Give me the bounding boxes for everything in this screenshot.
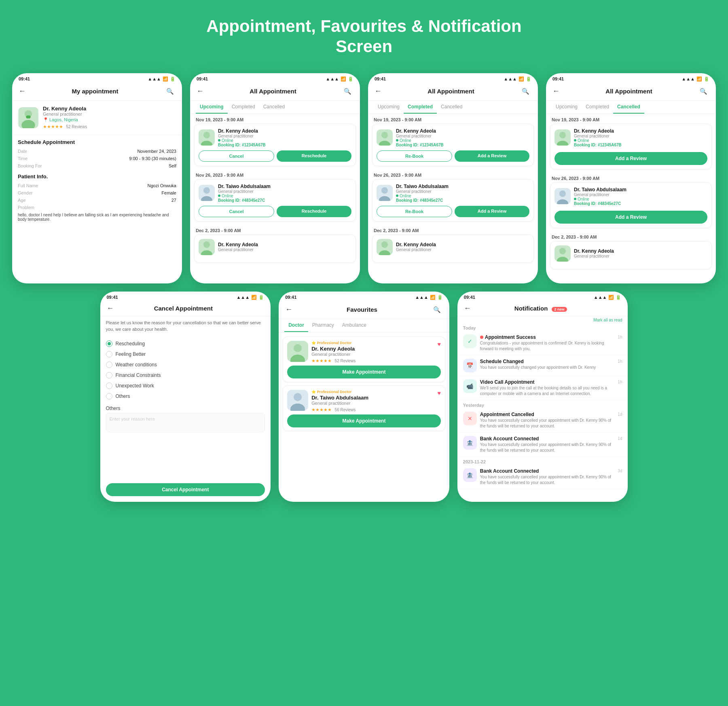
back-button-6[interactable]: ← [285,305,292,314]
back-button-3[interactable]: ← [375,87,382,95]
svg-point-23 [559,132,566,138]
back-button-1[interactable]: ← [19,87,26,95]
notif-desc-bank-old: You have successfully cancelled your app… [480,474,615,486]
others-input-field[interactable]: Enter your reason here [106,413,265,432]
search-button-3[interactable]: 🔍 [520,86,531,97]
reason-others[interactable]: Others [106,391,265,402]
notif-title-appt-success: Appointment Success [480,334,615,340]
status-bar-4: 09:41 ▲▲▲ 📶 🔋 [546,73,716,83]
status-time-5: 09:41 [107,295,118,300]
tab-pharmacy[interactable]: Pharmacy [308,319,338,332]
cancel-button-1[interactable]: Cancel [199,150,274,162]
phone-notification: 09:41 ▲▲▲ 📶 🔋 ← Notification 2 new Mark … [457,292,628,502]
tab-cancelled-comp[interactable]: Cancelled [437,101,466,114]
radio-weather[interactable] [106,361,112,368]
back-button-4[interactable]: ← [552,87,560,95]
notif-desc-schedule-changed: You have successfully changed your appoi… [480,365,615,370]
add-review-button-1[interactable]: Add a Review [455,150,529,162]
cancel-appointment-button[interactable]: Cancel Appointment [106,483,265,496]
heart-icon-1[interactable]: ♥ [438,341,441,347]
add-review-button-2[interactable]: Add a Review [455,206,529,217]
patient-name-row: Full Name Ngozi Onwuka [12,182,182,189]
screen-content-1: Dr. Kenny Adeola General practitioner 📍 … [12,101,182,283]
radio-financial[interactable] [106,372,112,378]
tab-upcoming-active[interactable]: Upcoming [196,101,228,114]
heart-icon-2[interactable]: ♥ [438,390,441,396]
radio-unexpected-work[interactable] [106,383,112,389]
svg-point-26 [559,190,566,197]
booking-for-value: Self [169,163,176,168]
notif-item-schedule-changed: 📅 Schedule Changed You have successfully… [457,355,628,376]
tab-upcoming-canc[interactable]: Upcoming [552,101,582,114]
cancel-button-2[interactable]: Cancel [199,206,274,217]
tab-upcoming-comp[interactable]: Upcoming [374,101,404,114]
reschedule-button-1[interactable]: Reschedule [277,150,351,162]
signal-icon-2: ▲▲▲ [326,76,339,81]
problem-label: Problem [18,205,34,210]
reason-weather[interactable]: Weather conditions [106,359,265,370]
notif-desc-appt-success: Congratulations - your appointment is co… [480,340,615,352]
search-button-2[interactable]: 🔍 [342,86,353,97]
fav-reviews-2: 56 Reviews [335,408,356,412]
appt-doc-name-1: Dr. Kenny Adeola [218,128,266,134]
radio-rescheduling[interactable] [106,340,112,347]
age-row: Age 27 [12,197,182,204]
booking-for-row: Booking For Self [12,162,182,169]
notif-title-appt-cancelled: Appointment Cancelled [480,412,615,417]
radio-others[interactable] [106,393,112,400]
tab-completed-canc[interactable]: Completed [582,101,613,114]
tab-completed-active[interactable]: Completed [404,101,437,114]
comp-doc-row-1: Dr. Kenny Adeola General practitioner On… [377,128,529,147]
add-review-button-canc-1[interactable]: Add a Review [554,152,707,165]
reason-rescheduling[interactable]: Rescheduling [106,338,265,349]
make-appointment-button-2[interactable]: Make Appointment [287,414,441,427]
reason-financial[interactable]: Financial Constraints [106,370,265,380]
appt-card-1: Dr. Kenny Adeola General practitioner On… [194,124,356,166]
fav-doc-spec-2: General practitioner [311,401,434,406]
tab-doctor-active[interactable]: Doctor [284,319,308,332]
signal-icon-7: ▲▲▲ [594,295,607,300]
add-review-button-canc-2[interactable]: Add a Review [554,211,707,224]
svg-point-11 [203,241,210,248]
gender-value: Female [161,190,176,195]
radio-feeling-better[interactable] [106,351,112,357]
status-bar-1: 09:41 ▲▲▲ 📶 🔋 [12,73,182,83]
reason-unexpected-work[interactable]: Unexpected Work [106,380,265,391]
svg-point-14 [381,132,388,138]
back-button-2[interactable]: ← [197,87,204,95]
tab-completed-inactive[interactable]: Completed [228,101,259,114]
tab-cancelled-inactive[interactable]: Cancelled [259,101,289,114]
date-label: Date [18,149,27,154]
tab-ambulance[interactable]: Ambulance [338,319,370,332]
rebook-button-1[interactable]: Re-Book [377,150,452,162]
search-button-4[interactable]: 🔍 [698,86,709,97]
screens-row-1: 09:41 ▲▲▲ 📶 🔋 ← My appointment 🔍 [12,73,716,283]
rebook-button-2[interactable]: Re-Book [377,206,452,217]
search-button-6[interactable]: 🔍 [432,304,443,315]
phone-all-appointment-upcoming: 09:41 ▲▲▲ 📶 🔋 ← All Appointment 🔍 Upcomi… [190,73,360,283]
notif-time-5: 1d [618,436,622,441]
reason-feeling-better[interactable]: Feeling Better [106,349,265,359]
appt-doc-spec-3: General practitioner [218,247,258,252]
wifi-icon-1: 📶 [163,76,168,82]
status-bar-3: 09:41 ▲▲▲ 📶 🔋 [368,73,538,83]
canc-btn-row-2: Add a Review [554,209,707,224]
signal-icon-1: ▲▲▲ [148,76,161,81]
search-button-1[interactable]: 🔍 [164,86,176,97]
appt-doc-info-1: Dr. Kenny Adeola General practitioner On… [218,128,266,147]
canc-doc-name-3: Dr. Kenny Adeola [574,248,614,254]
appt-avatar-1 [199,129,215,146]
appt-date-3: Dec 2, 2023 - 9:00 AM [190,225,360,235]
canc-date-2: Nov 26, 2023 - 9:00 AM [546,173,716,182]
tab-cancelled-active[interactable]: Cancelled [613,101,644,114]
appointment-tabs-upcoming: Upcoming Completed Cancelled [190,101,360,114]
mark-all-read-button[interactable]: Mark all as read [593,318,622,322]
cancel-desc: Please let us know the reason for your c… [100,316,271,337]
wifi-icon-7: 📶 [608,295,614,300]
notif-content-bank-old: Bank Account Connected You have successf… [480,468,615,486]
make-appointment-button-1[interactable]: Make Appointment [287,366,441,378]
back-button-5[interactable]: ← [107,304,114,313]
back-button-7[interactable]: ← [464,304,471,313]
reason-feeling-better-label: Feeling Better [116,351,146,357]
reschedule-button-2[interactable]: Reschedule [277,206,351,217]
